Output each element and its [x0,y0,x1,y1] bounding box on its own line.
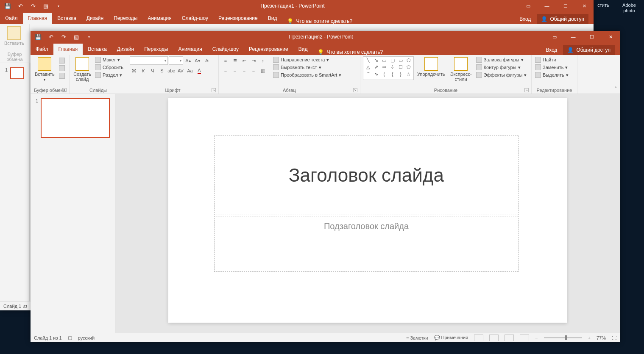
slide-stage[interactable]: Заголовок слайда Подзаголовок слайда [115,94,620,333]
undo-icon[interactable]: ↶ [17,3,24,9]
find-button[interactable]: Найти [534,56,569,63]
zoom-slider[interactable] [544,337,582,338]
close-button[interactable]: ✕ [575,0,594,12]
quick-styles-button[interactable]: Экспресс- стили [448,56,473,83]
maximize-button[interactable]: ☐ [556,0,575,12]
collapse-ribbon-button[interactable]: ˄ [612,86,619,93]
shape-outline-button[interactable]: Контур фигуры ▾ [475,64,528,71]
spellcheck-icon[interactable]: ▢ [68,335,72,340]
inc-indent-button[interactable]: ⇥ [249,56,258,65]
reset-button[interactable]: Сбросить [94,64,124,71]
numbering-button[interactable]: ≣ [231,56,239,65]
font-size-combo[interactable] [169,56,183,65]
italic-button[interactable]: К [139,66,148,75]
dec-indent-button[interactable]: ⇤ [240,56,248,65]
qat-more-icon[interactable]: ▾ [55,3,62,9]
tellme-input[interactable]: Что вы хотите сделать? [326,49,383,55]
bold-button[interactable]: Ж [130,66,138,75]
paste-button[interactable]: Вставить▾ [33,56,56,83]
replace-button[interactable]: Заменить ▾ [534,64,569,71]
select-button[interactable]: Выделить ▾ [534,72,569,78]
char-spacing-button[interactable]: AV [176,66,185,75]
underline-button[interactable]: Ч [148,66,157,75]
minimize-button[interactable]: — [564,31,583,43]
smartart-button[interactable]: Преобразовать в SmartArt ▾ [272,72,342,78]
status-slide[interactable]: Слайд 1 из 1 [34,335,62,340]
tab-view[interactable]: Вид [293,44,313,55]
grow-font-button[interactable]: A▴ [184,56,192,65]
clear-format-button[interactable]: A̶ [203,56,211,65]
qat-more-icon[interactable]: ▾ [86,33,92,40]
tab-animations[interactable]: Анимация [173,44,207,55]
ribbon-options-icon[interactable]: ▭ [519,0,538,12]
shrink-font-button[interactable]: A▾ [193,56,202,65]
zoom-level[interactable]: 77% [597,335,606,340]
slide-panel[interactable]: 1 [0,63,30,301]
tab-review[interactable]: Рецензирование [213,13,263,24]
slide-page[interactable]: Заголовок слайда Подзаголовок слайда [168,98,567,323]
close-button[interactable]: ✕ [601,31,620,43]
font-combo[interactable] [130,56,168,65]
tab-home[interactable]: Главная [23,13,53,24]
status-language[interactable]: русский [78,335,95,340]
tab-insert[interactable]: Вставка [83,44,112,55]
line-spacing-button[interactable]: ↕ [259,56,267,65]
format-painter-button[interactable] [58,72,66,79]
shape-fill-button[interactable]: Заливка фигуры ▾ [475,56,528,63]
zoom-out-button[interactable]: − [535,335,538,340]
justify-button[interactable]: ≡ [249,66,258,75]
slide-panel[interactable]: 1 [31,94,115,333]
save-icon[interactable]: 💾 [35,33,42,40]
dialog-launcher-icon[interactable]: ↘ [353,88,357,92]
new-slide-button[interactable]: Создать слайд [72,56,92,83]
dialog-launcher-icon[interactable]: ↘ [62,88,67,92]
tab-slideshow[interactable]: Слайд-шоу [207,44,244,55]
tab-view[interactable]: Вид [263,13,282,24]
align-center-button[interactable]: ≡ [231,66,239,75]
save-icon[interactable]: 💾 [4,3,11,9]
slideshow-icon[interactable]: ▧ [42,3,49,9]
titlebar[interactable]: 💾 ↶ ↷ ▧ ▾ Презентация1 - PowerPoint ▭ — … [0,0,594,12]
slide-thumbnail[interactable]: 1 [36,98,110,138]
tab-slideshow[interactable]: Слайд-шоу [177,13,213,24]
strike-button[interactable]: abc [167,66,176,75]
maximize-button[interactable]: ☐ [583,31,601,43]
tellme-input[interactable]: Что вы хотите сделать? [296,18,352,24]
align-left-button[interactable]: ≡ [221,66,230,75]
arrange-button[interactable]: Упорядочить [415,56,446,77]
dialog-launcher-icon[interactable]: ↘ [524,88,529,92]
redo-icon[interactable]: ↷ [30,3,36,9]
text-direction-button[interactable]: Направление текста ▾ [272,56,342,63]
ribbon-options-icon[interactable]: ▭ [545,31,564,43]
slideshow-view-button[interactable] [520,335,529,341]
shape-effects-button[interactable]: Эффекты фигуры ▾ [475,72,528,78]
fit-button[interactable]: ⛶ [612,335,616,340]
tab-file[interactable]: Файл [0,13,23,24]
section-button[interactable]: Раздел ▾ [94,72,124,78]
title-placeholder[interactable]: Заголовок слайда [214,136,519,215]
tab-animations[interactable]: Анимация [142,13,176,24]
minimize-button[interactable]: — [538,0,556,12]
signin-link[interactable]: Вход [519,16,531,22]
paste-button[interactable]: Вставить [3,25,26,47]
subtitle-placeholder[interactable]: Подзаголовок слайда [214,216,519,272]
tab-transitions[interactable]: Переходы [109,13,142,24]
layout-button[interactable]: Макет ▾ [94,56,124,63]
align-text-button[interactable]: Выровнять текст ▾ [272,64,342,71]
font-color-button[interactable]: A [195,66,204,75]
zoom-in-button[interactable]: + [588,335,591,340]
shadow-button[interactable]: S [158,66,166,75]
slide-thumbnail[interactable]: 1 [5,67,24,79]
tab-design[interactable]: Дизайн [81,13,109,24]
change-case-button[interactable]: Aa [186,66,194,75]
tab-file[interactable]: Файл [31,44,53,55]
tab-insert[interactable]: Вставка [52,13,81,24]
undo-icon[interactable]: ↶ [47,33,54,40]
signin-link[interactable]: Вход [546,47,557,53]
slideshow-icon[interactable]: ▧ [73,33,80,40]
sorter-view-button[interactable] [489,335,499,341]
copy-button[interactable] [58,65,66,72]
tab-transitions[interactable]: Переходы [139,44,173,55]
share-button[interactable]: 👤Общий доступ [537,14,588,24]
cut-button[interactable] [58,57,66,64]
